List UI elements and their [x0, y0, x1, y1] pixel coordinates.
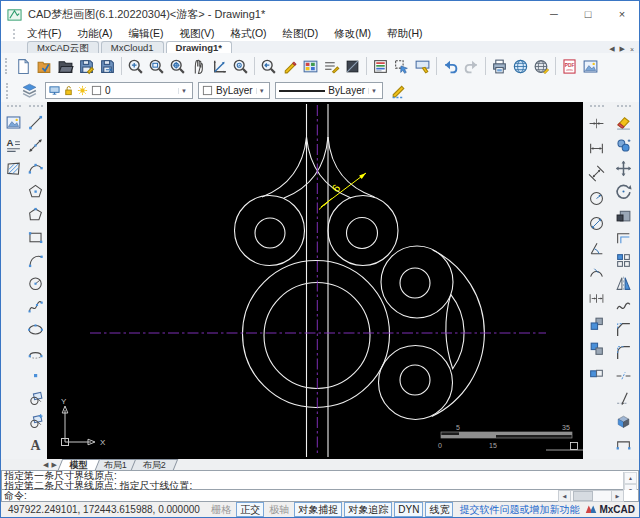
drawing-canvas[interactable]: 6 5 35 0 15 Y X — [47, 102, 583, 459]
dim-linear-icon[interactable] — [586, 136, 607, 161]
web-upload-icon[interactable] — [531, 56, 552, 77]
menu-item-7[interactable]: 帮助(H) — [387, 27, 423, 41]
web-publish-icon[interactable] — [510, 56, 531, 77]
color-select[interactable]: ByLayer ▼ — [198, 82, 270, 99]
insert-image-icon[interactable] — [580, 56, 601, 77]
ellipse-arc-icon[interactable] — [25, 341, 46, 364]
zoom-axis-icon[interactable] — [209, 56, 230, 77]
construction-line-icon[interactable] — [25, 134, 46, 157]
document-tab-2[interactable]: Drawing1* — [166, 41, 232, 53]
dim-angular-icon[interactable] — [586, 236, 607, 261]
arc-icon[interactable] — [25, 249, 46, 272]
line-icon[interactable] — [25, 111, 46, 134]
zoom-window-icon[interactable] — [146, 56, 167, 77]
dim-edit-icon[interactable] — [586, 361, 607, 386]
print-icon[interactable] — [489, 56, 510, 77]
linetype-manager-icon[interactable] — [321, 56, 342, 77]
chamfer-icon[interactable] — [613, 318, 634, 341]
polygon-icon[interactable] — [25, 180, 46, 203]
close-button[interactable]: × — [605, 1, 639, 27]
open-cloud-folder-icon[interactable] — [34, 56, 55, 77]
dim-diameter-icon[interactable] — [586, 211, 607, 236]
menu-item-3[interactable]: 视图(V) — [179, 27, 214, 41]
status-toggle-1[interactable]: 正交 — [236, 502, 264, 517]
document-tab-1[interactable]: MxCloud1 — [101, 41, 164, 53]
scroll-up-icon[interactable]: ▲ — [624, 472, 637, 484]
dim-aligned-icon[interactable] — [586, 161, 607, 186]
single-text-icon[interactable] — [25, 433, 46, 456]
export-pdf-icon[interactable] — [559, 56, 580, 77]
zoom-previous-icon[interactable] — [258, 56, 279, 77]
feedback-link[interactable]: 提交软件问题或增加新功能 — [459, 503, 579, 517]
scale-icon[interactable] — [613, 203, 634, 226]
rectangle-icon[interactable] — [25, 226, 46, 249]
pan-icon[interactable] — [188, 56, 209, 77]
menu-item-1[interactable]: 功能(A) — [77, 27, 112, 41]
status-toggle-4[interactable]: 对象追踪 — [344, 502, 392, 517]
linetype-dropdown-arrow[interactable]: ▼ — [368, 88, 379, 94]
insert-block-icon[interactable] — [25, 410, 46, 433]
dim-arc-length-icon[interactable] — [586, 261, 607, 286]
command-hscrollbar[interactable]: ◀ ▶ — [558, 491, 624, 501]
layer-select[interactable]: 0 ▼ — [45, 82, 193, 99]
command-scrollbar[interactable]: ▲▼ — [623, 472, 637, 490]
status-toggle-0[interactable]: 栅格 — [208, 503, 234, 516]
dim-quick-icon[interactable] — [586, 311, 607, 336]
menu-item-4[interactable]: 格式(O) — [230, 27, 266, 41]
arc-3point-icon[interactable] — [25, 157, 46, 180]
tab-nav-button-2[interactable]: × — [630, 46, 634, 53]
undo-icon[interactable] — [440, 56, 461, 77]
color-palette-icon[interactable] — [300, 56, 321, 77]
raster-image-icon[interactable] — [3, 111, 24, 134]
properties-window-icon[interactable] — [370, 56, 391, 77]
menu-item-0[interactable]: 文件(F) — [27, 27, 61, 41]
zoom-dynamic-icon[interactable] — [125, 56, 146, 77]
hscroll-track[interactable] — [571, 490, 611, 502]
draw-order-icon[interactable] — [388, 80, 409, 101]
menu-item-6[interactable]: 修改(M) — [334, 27, 371, 41]
move-icon[interactable] — [613, 157, 634, 180]
tab-nav-button-1[interactable]: ▶ — [620, 45, 625, 53]
linetype-select[interactable]: ByLayer ▼ — [275, 82, 383, 99]
polyline-icon[interactable] — [25, 203, 46, 226]
status-toggle-5[interactable]: DYN — [394, 502, 423, 517]
redo-icon[interactable] — [461, 56, 482, 77]
status-toggle-2[interactable]: 极轴 — [266, 503, 292, 516]
copy-icon[interactable] — [613, 134, 634, 157]
dim-continue-icon[interactable] — [586, 286, 607, 311]
menu-item-5[interactable]: 绘图(D) — [283, 27, 319, 41]
menu-item-2[interactable]: 编辑(E) — [128, 27, 163, 41]
ellipse-icon[interactable] — [25, 318, 46, 341]
tab-nav-button-1[interactable]: ▶ — [51, 461, 56, 469]
layout-tab-2[interactable]: 布局2 — [131, 459, 178, 470]
layer-box-icon[interactable] — [342, 56, 363, 77]
layout-tab-scroll[interactable]: ◀▶ — [43, 461, 57, 469]
spline-icon[interactable] — [25, 295, 46, 318]
tab-nav-button-0[interactable]: ◀ — [609, 45, 614, 53]
offset-icon[interactable] — [613, 226, 634, 249]
document-tab-0[interactable]: MxCAD云图 — [27, 41, 99, 53]
mirror-icon[interactable] — [613, 272, 634, 295]
status-toggle-3[interactable]: 对象捕捉 — [294, 502, 342, 517]
circle-icon[interactable] — [25, 272, 46, 295]
point-icon[interactable] — [25, 364, 46, 387]
layer-dropdown-arrow[interactable]: ▼ — [178, 88, 189, 94]
join-icon[interactable] — [613, 433, 634, 456]
text-content-icon[interactable] — [3, 134, 24, 157]
break-icon[interactable] — [613, 364, 634, 387]
command-input-line[interactable]: 命令: ◀ ▶ — [1, 490, 639, 502]
explode-icon[interactable] — [613, 410, 634, 433]
command-history[interactable]: 指定第一条尺寸界线原点: 指定第二条尺寸界线原点: 指定尺寸线位置: ▲▼ — [1, 470, 639, 490]
save-as-icon[interactable] — [97, 56, 118, 77]
new-file-icon[interactable] — [13, 56, 34, 77]
rotate-icon[interactable] — [613, 180, 634, 203]
zoom-extents-icon[interactable] — [167, 56, 188, 77]
dim-align-icon[interactable] — [586, 111, 607, 136]
erase-icon[interactable] — [613, 111, 634, 134]
selection-style-icon[interactable] — [391, 56, 412, 77]
trim-icon[interactable] — [613, 387, 634, 410]
color-dropdown-arrow[interactable]: ▼ — [256, 88, 267, 94]
dim-baseline-icon[interactable] — [586, 336, 607, 361]
hscroll-thumb[interactable] — [573, 491, 593, 501]
edit-pencil-icon[interactable] — [279, 56, 300, 77]
